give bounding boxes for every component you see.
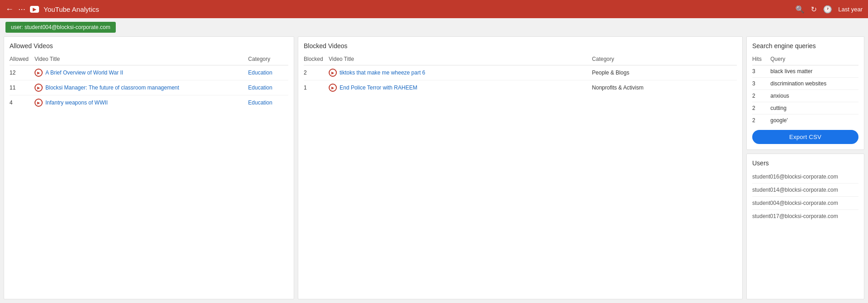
allowed-videos-panel: Allowed Videos Allowed Video Title Categ… [4, 36, 294, 299]
blocked-video-title-col-header: Video Title [329, 54, 592, 65]
video-title[interactable]: Infantry weapons of WWII [45, 99, 108, 106]
list-item: 2 anxious [752, 90, 858, 102]
blocked-category-col-header: Category [592, 54, 737, 65]
query-text: google' [770, 114, 858, 127]
video-title-cell: ▶ Blocksi Manager: The future of classro… [35, 80, 248, 95]
clock-icon[interactable]: 🕐 [823, 5, 832, 14]
blocked-category-cell: Nonprofits & Activism [592, 80, 737, 95]
main-content: Allowed Videos Allowed Video Title Categ… [0, 36, 868, 303]
video-title[interactable]: A Brief Overview of World War II [45, 70, 123, 76]
category-col-header: Category [248, 54, 288, 65]
list-item: 3 discrimination websites [752, 78, 858, 90]
play-icon[interactable]: ▶ [35, 99, 43, 107]
user-bar: user: student004@blocksi-corporate.com [0, 18, 868, 36]
list-item[interactable]: student016@blocksi-corporate.com [752, 170, 858, 184]
blocked-count: 1 [304, 80, 329, 95]
category-cell: Education [248, 65, 288, 80]
hits-col-header: Hits [752, 54, 770, 65]
play-icon[interactable]: ▶ [329, 69, 337, 77]
query-text: anxious [770, 90, 858, 102]
blocked-videos-panel: Blocked Videos Blocked Video Title Categ… [298, 36, 743, 299]
play-icon[interactable]: ▶ [35, 69, 43, 77]
export-csv-button[interactable]: Export CSV [752, 130, 858, 144]
hits-count: 3 [752, 78, 770, 90]
play-icon[interactable]: ▶ [329, 84, 337, 92]
table-row: 1 ▶ End Police Terror with RAHEEM Nonpro… [304, 80, 737, 95]
category-cell: Education [248, 80, 288, 95]
allowed-count: 11 [10, 80, 35, 95]
category-link[interactable]: Education [248, 99, 272, 106]
hits-count: 2 [752, 114, 770, 127]
users-list: student016@blocksi-corporate.comstudent0… [752, 170, 858, 223]
hits-count: 2 [752, 90, 770, 102]
user-badge: user: student004@blocksi-corporate.com [5, 22, 116, 33]
back-icon[interactable]: ← [5, 5, 14, 14]
query-text: cutting [770, 102, 858, 114]
table-row: 11 ▶ Blocksi Manager: The future of clas… [10, 80, 288, 95]
yt-play-icon: ▶ [33, 7, 36, 12]
list-item[interactable]: student004@blocksi-corporate.com [752, 197, 858, 210]
search-queries-panel: Search engine queries Hits Query 3 black… [746, 36, 864, 150]
video-title-cell: ▶ A Brief Overview of World War II [35, 65, 248, 80]
search-icon[interactable]: 🔍 [795, 5, 804, 14]
allowed-videos-title: Allowed Videos [10, 42, 288, 50]
category-cell: Education [248, 95, 288, 110]
table-row: 4 ▶ Infantry weapons of WWII Education [10, 95, 288, 110]
list-item: 2 cutting [752, 102, 858, 114]
app-header: ← ⋯ ▶ YouTube Analytics 🔍 ↻ 🕐 Last year [0, 0, 868, 18]
video-title[interactable]: Blocksi Manager: The future of classroom… [45, 84, 179, 91]
blocked-count: 2 [304, 65, 329, 80]
list-item: 2 google' [752, 114, 858, 127]
grid-icon[interactable]: ⋯ [18, 5, 25, 14]
date-range-label[interactable]: Last year [838, 6, 863, 13]
refresh-icon[interactable]: ↻ [811, 5, 817, 14]
blocked-video-title[interactable]: End Police Terror with RAHEEM [340, 84, 417, 91]
table-row: 12 ▶ A Brief Overview of World War II Ed… [10, 65, 288, 80]
category-link[interactable]: Education [248, 70, 272, 76]
table-row: 2 ▶ tiktoks that make me wheeze part 6 P… [304, 65, 737, 80]
list-item: 3 black lives matter [752, 65, 858, 78]
allowed-count: 12 [10, 65, 35, 80]
blocked-col-header: Blocked [304, 54, 329, 65]
queries-scroll-area[interactable]: 3 black lives matter 3 discrimination we… [752, 65, 858, 126]
hits-count: 3 [752, 65, 770, 78]
blocked-videos-title: Blocked Videos [304, 42, 737, 50]
blocked-category-cell: People & Blogs [592, 65, 737, 80]
category-link[interactable]: Education [248, 84, 272, 91]
allowed-col-header: Allowed [10, 54, 35, 65]
search-queries-table: Hits Query [752, 54, 858, 65]
right-panels: Search engine queries Hits Query 3 black… [746, 36, 864, 299]
video-title-cell: ▶ Infantry weapons of WWII [35, 95, 248, 110]
list-item[interactable]: student014@blocksi-corporate.com [752, 184, 858, 197]
allowed-videos-table: Allowed Video Title Category 12 ▶ A Brie… [10, 54, 288, 110]
search-queries-title: Search engine queries [752, 42, 858, 50]
video-title-col-header: Video Title [35, 54, 248, 65]
hits-count: 2 [752, 102, 770, 114]
blocked-video-title-cell: ▶ tiktoks that make me wheeze part 6 [329, 65, 592, 80]
youtube-logo: ▶ [30, 6, 39, 13]
queries-data-table: 3 black lives matter 3 discrimination we… [752, 65, 858, 126]
play-icon[interactable]: ▶ [35, 84, 43, 92]
users-panel: Users student016@blocksi-corporate.comst… [746, 154, 864, 299]
blocked-video-title-cell: ▶ End Police Terror with RAHEEM [329, 80, 592, 95]
allowed-count: 4 [10, 95, 35, 110]
app-title: YouTube Analytics [44, 5, 99, 13]
query-text: discrimination websites [770, 78, 858, 90]
blocked-videos-table: Blocked Video Title Category 2 ▶ tiktoks… [304, 54, 737, 95]
blocked-video-title[interactable]: tiktoks that make me wheeze part 6 [340, 70, 425, 76]
query-text: black lives matter [770, 65, 858, 78]
query-col-header: Query [770, 54, 858, 65]
users-title: Users [752, 159, 858, 167]
list-item[interactable]: student017@blocksi-corporate.com [752, 210, 858, 223]
